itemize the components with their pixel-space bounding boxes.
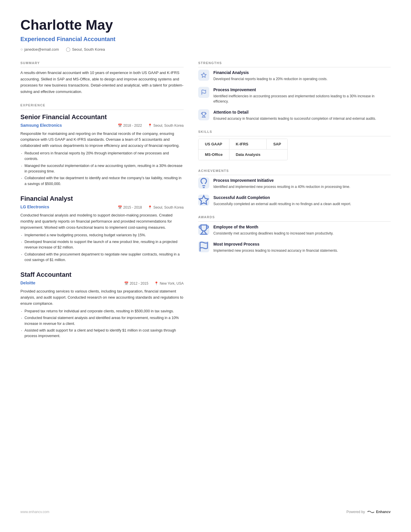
- footer-website: www.enhancv.com: [20, 509, 49, 515]
- achieve-icon-wrap-1: [198, 177, 209, 189]
- pin-icon-2: 📍: [148, 205, 152, 210]
- footer-brand: Powered by Enhancv: [347, 509, 391, 515]
- strength-title-2: Process Improvement: [213, 87, 391, 93]
- summary-section: SUMMARY A results-driven financial accou…: [20, 61, 184, 95]
- achieve-content-1: Process Improvement Initiative Identifie…: [213, 177, 350, 189]
- strength-icon-wrap-3: [198, 109, 209, 120]
- achieve-desc-2: Successfully completed an external audit…: [213, 201, 351, 207]
- calendar-icon-1: 📅: [118, 123, 122, 128]
- bullet-3-2: Conducted financial statement analysis a…: [20, 315, 184, 327]
- flag-icon: [201, 89, 207, 95]
- exp-bullets-2: Implemented a new budgeting process, red…: [20, 232, 184, 263]
- experience-item-1: Senior Financial Accountant Samsung Elec…: [20, 112, 184, 187]
- experience-item-3: Staff Accountant Deloitte 📅 2012 - 2015 …: [20, 270, 184, 339]
- experience-section: EXPERIENCE Senior Financial Accountant S…: [20, 103, 184, 339]
- flag-icon-2: [198, 241, 209, 252]
- bullet-1-1: Reduced errors in financial reports by 2…: [20, 151, 184, 162]
- exp-meta-1: 📅 2018 - 2022 📍 Seoul, South Korea: [118, 123, 184, 128]
- trophy-icon: [201, 112, 207, 118]
- header-section: Charlotte May Experienced Financial Acco…: [20, 17, 391, 52]
- candidate-name: Charlotte May: [20, 17, 391, 33]
- company-3: Deloitte: [20, 280, 35, 286]
- achieve-content-2: Successful Audit Completion Successfully…: [213, 195, 351, 207]
- award-item-1: Employee of the Month Consistently met a…: [198, 224, 391, 236]
- exp-bullets-3: Prepared tax returns for individual and …: [20, 309, 184, 339]
- strength-icon-wrap-2: [198, 87, 209, 98]
- location-contact: ◯ Seoul, South Korea: [66, 46, 105, 52]
- location-2: 📍 Seoul, South Korea: [148, 205, 184, 210]
- award-content-1: Employee of the Month Consistently met a…: [213, 224, 333, 236]
- bullet-3-3: Assisted with audit support for a client…: [20, 328, 184, 339]
- location-3: 📍 New York, USA: [154, 281, 184, 286]
- company-1: Samsung Electronics: [20, 122, 62, 128]
- strength-desc-3: Ensured accuracy in financial statements…: [213, 116, 376, 121]
- main-layout: SUMMARY A results-driven financial accou…: [20, 61, 391, 495]
- dates-1: 📅 2018 - 2022: [118, 123, 142, 128]
- achieve-desc-1: Identified and implemented new process r…: [213, 184, 350, 189]
- strength-icon-wrap-1: [198, 70, 209, 81]
- achievement-item-1: Process Improvement Initiative Identifie…: [198, 177, 391, 189]
- resume-page: Charlotte May Experienced Financial Acco…: [0, 0, 411, 532]
- strength-desc-1: Developed financial reports leading to a…: [213, 76, 328, 82]
- trophy-icon-2: [198, 224, 209, 235]
- strength-desc-2: Identified inefficiencies in accounting …: [213, 94, 391, 104]
- lightbulb-icon: [198, 177, 209, 189]
- skill-5: Data Analysis: [229, 149, 267, 160]
- exp-desc-2: Conducted financial analysis and modelin…: [20, 212, 184, 230]
- achievements-label: ACHIEVEMENTS: [198, 168, 391, 175]
- bullet-2-3: Collaborated with the procurement depart…: [20, 252, 184, 263]
- email-value: janedoe@email.com: [24, 47, 59, 52]
- left-column: SUMMARY A results-driven financial accou…: [20, 61, 184, 495]
- awards-section: AWARDS Employee of the Month: [198, 215, 391, 253]
- achievement-item-2: Successful Audit Completion Successfully…: [198, 195, 391, 207]
- job-title-1: Senior Financial Accountant: [20, 112, 184, 122]
- strength-content-3: Attention to Detail Ensured accuracy in …: [213, 109, 376, 121]
- pin-icon-3: 📍: [154, 281, 159, 286]
- candidate-title: Experienced Financial Accountant: [20, 35, 391, 43]
- exp-desc-1: Responsible for maintaining and reportin…: [20, 131, 184, 149]
- award-desc-2: Implemented new process leading to incre…: [213, 248, 338, 253]
- bullet-1-2: Managed the successful implementation of…: [20, 163, 184, 175]
- star-icon-2: [198, 195, 209, 206]
- svg-marker-0: [201, 73, 206, 77]
- skill-4: MS-Office: [199, 149, 229, 160]
- svg-marker-4: [199, 195, 208, 204]
- bullet-3-1: Prepared tax returns for individual and …: [20, 309, 184, 314]
- strengths-label: STRENGTHS: [198, 61, 391, 68]
- achieve-title-2: Successful Audit Completion: [213, 195, 351, 201]
- dates-2: 📅 2015 - 2018: [118, 205, 142, 210]
- exp-meta-3: 📅 2012 - 2015 📍 New York, USA: [124, 281, 184, 286]
- strength-title-3: Attention to Detail: [213, 109, 376, 115]
- job-title-2: Financial Analyst: [20, 194, 184, 203]
- summary-label: SUMMARY: [20, 61, 184, 68]
- achievements-section: ACHIEVEMENTS Process Improvement Initiat…: [198, 168, 391, 207]
- exp-meta-2: 📅 2015 - 2018 📍 Seoul, South Korea: [118, 205, 184, 210]
- bullet-2-1: Implemented a new budgeting process, red…: [20, 232, 184, 238]
- powered-by-label: Powered by: [347, 509, 365, 515]
- experience-label: EXPERIENCE: [20, 103, 184, 110]
- award-icon-wrap-2: [198, 241, 209, 252]
- strengths-section: STRENGTHS Financial Analysis Developed f…: [198, 61, 391, 121]
- strength-title-1: Financial Analysis: [213, 70, 328, 76]
- right-column: STRENGTHS Financial Analysis Developed f…: [198, 61, 391, 495]
- skill-1: US GAAP: [199, 139, 229, 150]
- award-desc-1: Consistently met accounting deadlines le…: [213, 231, 333, 236]
- award-title-2: Most Improved Process: [213, 241, 338, 247]
- bullet-2-2: Developed financial models to support th…: [20, 239, 184, 251]
- location-value: Seoul, South Korea: [72, 47, 105, 52]
- skills-label: SKILLS: [198, 129, 391, 136]
- star-icon: [201, 72, 207, 78]
- location-icon: ◯: [66, 46, 71, 52]
- achieve-title-1: Process Improvement Initiative: [213, 177, 350, 184]
- experience-item-2: Financial Analyst LG Electronics 📅 2015 …: [20, 194, 184, 263]
- strength-content-1: Financial Analysis Developed financial r…: [213, 70, 328, 82]
- skill-3: SAP: [267, 139, 287, 150]
- achieve-icon-wrap-2: [198, 195, 209, 206]
- job-title-3: Staff Accountant: [20, 270, 184, 279]
- award-icon-wrap-1: [198, 224, 209, 235]
- email-icon: ○: [20, 46, 23, 52]
- award-content-2: Most Improved Process Implemented new pr…: [213, 241, 338, 253]
- footer: www.enhancv.com Powered by Enhancv: [20, 506, 391, 515]
- award-item-2: Most Improved Process Implemented new pr…: [198, 241, 391, 253]
- calendar-icon-3: 📅: [124, 281, 129, 286]
